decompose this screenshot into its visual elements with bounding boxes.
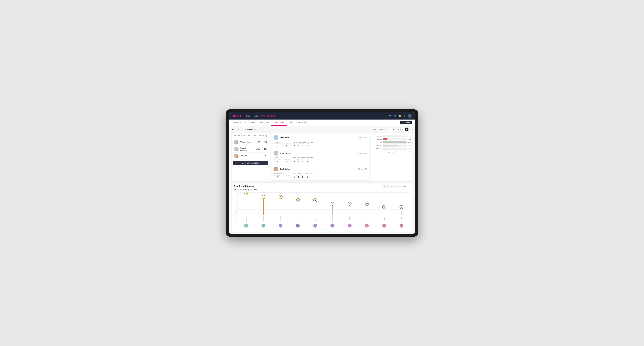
table-row: 2 Edward Crossman 18/20 107 bbox=[233, 146, 268, 153]
streaks-title: Best Round Streaks bbox=[234, 185, 254, 187]
card-date-rees: 02 Sep 2023 bbox=[358, 137, 367, 138]
player-name-edward[interactable]: Edward Crossman bbox=[240, 147, 254, 151]
card-avatar-josh2 bbox=[274, 167, 278, 172]
streak-avatars-row: EBDJREDMRC bbox=[238, 224, 410, 227]
stats-row-1: Total Rounds Tournament 8 Practice 4 bbox=[274, 157, 367, 163]
stat-group-rounds-1: Total Rounds Tournament 8 Practice 4 bbox=[274, 157, 290, 163]
streak-chart: 7 5 4 2 0 7x6x6x5x5x4x4x4x3x3x bbox=[238, 192, 410, 215]
streak-name-6: D. Ford bbox=[349, 216, 350, 223]
avatar[interactable]: 👤 bbox=[408, 114, 412, 118]
stat-sub-practice: OTT 0 APP 0 ARG 0 bbox=[293, 143, 313, 147]
streak-bubble-5: 4x bbox=[330, 202, 334, 206]
ott-label: OTT bbox=[293, 143, 296, 145]
tab-pgat-players[interactable]: PGAT Players bbox=[232, 120, 249, 126]
nav-links: Home Teams My Performance bbox=[245, 115, 275, 117]
streak-bubble-0: 7x bbox=[244, 191, 248, 195]
add-team-button[interactable]: Add Team bbox=[400, 121, 412, 124]
streak-avatar-6: D bbox=[348, 224, 352, 227]
bar-track-4 bbox=[383, 148, 407, 150]
streak-bubble-2: 6x bbox=[279, 195, 282, 199]
stat-group-practice-0: Total Practice Activities OTT 0 APP 0 bbox=[293, 141, 313, 147]
nav-home[interactable]: Home bbox=[245, 115, 250, 117]
tab-tour[interactable]: Tour bbox=[287, 120, 296, 126]
card-view-button[interactable]: ▣ bbox=[404, 128, 408, 131]
tab-all-players[interactable]: All Players bbox=[296, 120, 310, 126]
tab-team-clippd[interactable]: Team Clippd bbox=[271, 120, 287, 126]
chart-title: Total Shots bbox=[372, 152, 411, 154]
streak-col-9: 3x bbox=[394, 192, 409, 215]
team-title: Team Clippd | 14 Players ✏ bbox=[231, 128, 256, 131]
bar-fill-0 bbox=[383, 135, 383, 137]
streak-bubble-3: 5x bbox=[296, 198, 300, 202]
app-label: APP bbox=[297, 143, 300, 145]
table-view-button[interactable]: ⊟ bbox=[409, 128, 413, 131]
player-cards-panel: Rees Britt 02 Sep 2023 Total Rounds Tour… bbox=[271, 133, 369, 181]
grid-view-button[interactable]: ⊞ bbox=[396, 128, 400, 131]
streak-tab-arg[interactable]: ARG bbox=[396, 185, 402, 188]
stat-title-rounds: Total Rounds bbox=[274, 141, 290, 143]
card-avatar-rees bbox=[274, 135, 278, 140]
show-label: Show bbox=[371, 128, 376, 130]
streak-name-7: M. Miller bbox=[366, 216, 368, 223]
streak-tab-app[interactable]: APP bbox=[389, 185, 396, 188]
streak-tab-putt[interactable]: PUTT bbox=[403, 185, 410, 188]
search-icon[interactable]: 🔍 bbox=[389, 114, 392, 117]
bar-label-0: Eagles bbox=[372, 135, 382, 137]
list-view-button[interactable]: ≡ bbox=[400, 128, 404, 131]
bar-fill-3 bbox=[383, 145, 398, 147]
show-select[interactable]: Last 3 months bbox=[377, 128, 395, 131]
stat-title-practice: Total Practice Activities bbox=[293, 141, 313, 143]
putt-label: PUTT bbox=[306, 143, 309, 145]
bar-row-4: D. Bogeys +131 bbox=[372, 148, 411, 150]
player-card-1: Josh Coles 26 Aug 2023 Total Rounds Tour… bbox=[272, 149, 369, 165]
tab-hcaps[interactable]: Hcaps 1-5 bbox=[258, 120, 271, 126]
user-icon[interactable]: 👤 bbox=[394, 114, 396, 117]
view-icons: ⊞ ≡ ▣ ⊟ bbox=[396, 128, 413, 131]
stat-sub-rounds: Tournament 7 Practice 6 bbox=[274, 143, 290, 147]
tab-pga[interactable]: PGA bbox=[249, 120, 258, 126]
card-avatar-josh1 bbox=[274, 151, 278, 156]
bar-value-0: 3 bbox=[410, 135, 411, 137]
view-leaderboard-button[interactable]: View Full Leaderboard bbox=[233, 161, 268, 165]
nav-teams[interactable]: Teams bbox=[252, 115, 258, 117]
streak-avatar-4: R bbox=[313, 224, 317, 227]
y-axis-label: Best Streak, Fairway Accuracy bbox=[234, 192, 238, 230]
y-tick-5: 5 bbox=[234, 197, 234, 199]
bar-value-2: 499 bbox=[408, 142, 411, 143]
col-pb-avg: PB AVG SQ bbox=[259, 135, 267, 137]
card-name-rees[interactable]: Rees Britt bbox=[280, 137, 289, 139]
edit-icon[interactable]: ✏ bbox=[254, 128, 256, 130]
streak-chart-container: Best Streak, Fairway Accuracy 7 5 4 2 bbox=[234, 192, 410, 230]
stat-ott-0: OTT 0 bbox=[293, 143, 296, 147]
streak-bubble-9: 3x bbox=[400, 205, 404, 209]
streak-name-4: R. Britt bbox=[314, 216, 316, 223]
streak-col-4: 5x bbox=[308, 192, 323, 215]
app-value-0: 0 bbox=[298, 145, 299, 147]
streak-tab-ott[interactable]: OTT bbox=[382, 185, 389, 188]
tournament-label: Tournament bbox=[274, 143, 282, 145]
bar-fill-4 bbox=[383, 148, 389, 150]
nav-my-performance[interactable]: My Performance bbox=[261, 115, 275, 117]
bar-label-1: Birdies bbox=[372, 138, 382, 140]
streak-col-7: 4x bbox=[359, 192, 375, 215]
player-score-edward: 18/20 bbox=[255, 148, 261, 150]
player-avg-edward: 107 bbox=[262, 148, 267, 150]
streak-avatar-0: E bbox=[244, 224, 248, 227]
streak-bubble-7: 4x bbox=[365, 202, 369, 206]
card-name-josh2[interactable]: Josh Coles bbox=[280, 168, 290, 170]
player-name-richard[interactable]: Richard Butler bbox=[240, 141, 254, 143]
bar-row-1: Birdies96 bbox=[372, 138, 411, 140]
streak-chart-inner: 7 5 4 2 0 7x6x6x5x5x4x4x4x3x3x E. EbertB… bbox=[238, 192, 410, 230]
streaks-section: Best Round Streaks OTT APP ARG PUTT Off … bbox=[231, 182, 413, 232]
streak-players-row: 7x6x6x5x5x4x4x4x3x3x bbox=[238, 192, 410, 215]
streak-line-7 bbox=[367, 206, 367, 215]
bell-icon[interactable]: 🔔 bbox=[399, 114, 402, 117]
settings-icon[interactable]: ⚙ bbox=[404, 114, 406, 117]
bar-fill-1 bbox=[383, 138, 388, 140]
streak-name-3: J. Coles bbox=[297, 216, 298, 223]
streak-col-8: 3x bbox=[376, 192, 392, 215]
card-name-josh1[interactable]: Josh Coles bbox=[280, 152, 290, 154]
bar-label-3: Bogeys bbox=[372, 145, 382, 146]
x-label-2: 400 bbox=[408, 151, 411, 152]
player-name-cameron[interactable]: Cameron... bbox=[240, 155, 254, 157]
